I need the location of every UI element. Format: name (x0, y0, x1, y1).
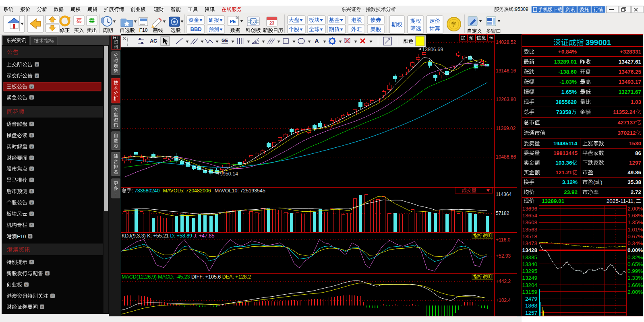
svg-text:13271.67: 13271.67 (619, 89, 641, 95)
svg-text:0.32%: 0.32% (627, 254, 643, 260)
svg-text:1.35%: 1.35% (627, 219, 643, 225)
svg-text:-: - (361, 7, 366, 12)
svg-text:e: e (31, 122, 33, 126)
svg-text:2479: 2479 (525, 296, 537, 302)
svg-text:2.72: 2.72 (631, 189, 641, 195)
svg-text:13806.69: 13806.69 (422, 47, 443, 52)
svg-text:F10: F10 (17, 233, 26, 239)
svg-text:+0.84%: +0.84% (558, 49, 577, 55)
svg-text:(: ( (593, 179, 595, 185)
svg-text:2.00%: 2.00% (627, 289, 643, 295)
svg-text:KDJ(9,3,3): KDJ(9,3,3) (122, 233, 147, 239)
svg-text:13518: 13518 (522, 233, 538, 239)
svg-text:e: e (31, 178, 33, 182)
svg-text:86: 86 (635, 150, 642, 156)
svg-text:11369.02: 11369.02 (496, 126, 516, 131)
svg-text:1.68%: 1.68% (627, 213, 643, 219)
svg-text:AG: AG (150, 38, 157, 44)
svg-text:e: e (29, 234, 31, 238)
svg-text:11352.24: 11352.24 (613, 109, 636, 115)
svg-text:GE: GE (222, 38, 228, 43)
svg-text:MACD(12,26,9) MACD: -45.23: MACD(12,26,9) MACD: -45.23 (122, 274, 191, 280)
svg-text:-1.03%: -1.03% (559, 79, 577, 85)
svg-text:13608: 13608 (522, 219, 538, 225)
svg-text:e: e (31, 223, 33, 227)
svg-text:14028.52: 14028.52 (496, 39, 516, 45)
svg-text:733580240: 733580240 (135, 188, 160, 194)
svg-text:13654: 13654 (522, 213, 538, 219)
svg-text:1257: 1257 (525, 310, 537, 316)
svg-text:BBD: BBD (191, 26, 202, 32)
svg-text:2.00%: 2.00% (627, 206, 643, 212)
svg-text:1297: 1297 (629, 160, 641, 166)
svg-text:): ) (601, 179, 603, 185)
svg-text:+102.4: +102.4 (496, 297, 511, 303)
svg-text:13385: 13385 (522, 254, 538, 260)
svg-text:e: e (31, 85, 33, 89)
svg-text:e: e (31, 95, 33, 99)
svg-text:DEA: +128.2: DEA: +128.2 (222, 274, 251, 280)
svg-text:0.67%: 0.67% (627, 233, 643, 239)
svg-text:+52.93: +52.93 (496, 253, 511, 259)
svg-text:e: e (36, 74, 38, 78)
svg-text:e: e (31, 167, 33, 171)
svg-text:35.38: 35.38 (627, 179, 641, 185)
svg-text:2025-11-11,: 2025-11-11, (607, 198, 635, 204)
svg-text:-138.60: -138.60 (558, 69, 577, 75)
svg-text:+442.2: +442.2 (496, 279, 511, 284)
svg-text:D: +58.89: D: +58.89 (170, 233, 194, 239)
svg-text:1.03: 1.03 (631, 99, 642, 105)
svg-text:13696: 13696 (522, 206, 538, 212)
svg-text:e: e (41, 305, 43, 309)
svg-text:73358: 73358 (556, 109, 572, 115)
svg-text:13428: 13428 (522, 247, 538, 253)
svg-text::95309: :95309 (514, 6, 528, 12)
svg-text:57182: 57182 (496, 211, 509, 216)
svg-text:1868: 1868 (525, 303, 537, 309)
svg-text:e: e (31, 133, 33, 137)
svg-text:+116.0: +116.0 (496, 237, 510, 243)
svg-text::: : (115, 191, 116, 196)
svg-text:399001: 399001 (586, 38, 611, 47)
svg-text:13476.25: 13476.25 (619, 69, 642, 75)
svg-text:12263.80: 12263.80 (496, 97, 516, 102)
svg-text:A: A (315, 37, 319, 44)
svg-text:370212: 370212 (618, 130, 636, 136)
svg-text:13493.17: 13493.17 (619, 79, 641, 85)
svg-text:+328331: +328331 (620, 49, 641, 55)
svg-text:F10: F10 (139, 27, 148, 33)
svg-text:3.12%: 3.12% (562, 179, 578, 185)
svg-text:13340: 13340 (522, 261, 538, 267)
svg-text:0.65%: 0.65% (627, 261, 643, 267)
svg-text:e: e (36, 62, 38, 66)
svg-text:13249: 13249 (522, 275, 538, 281)
svg-text:9950.14: 9950.14 (220, 171, 238, 177)
svg-text:121.21: 121.21 (555, 169, 572, 175)
svg-text:13289.01: 13289.01 (542, 198, 565, 204)
svg-text:114364: 114364 (496, 192, 511, 197)
svg-text:1.01%: 1.01% (627, 227, 643, 233)
svg-text:13295: 13295 (522, 268, 538, 274)
svg-text:e: e (31, 189, 33, 193)
svg-text:13159: 13159 (522, 289, 538, 295)
svg-text:MAVOL5: 720482006: MAVOL5: 720482006 (163, 188, 211, 194)
svg-text:103.36: 103.36 (555, 160, 572, 166)
svg-text:0.00%: 0.00% (627, 247, 643, 253)
svg-text:19813445: 19813445 (553, 150, 578, 156)
svg-text:e: e (31, 200, 33, 204)
svg-text:49.86: 49.86 (627, 169, 641, 175)
svg-text:0.99%: 0.99% (627, 268, 643, 274)
svg-text:13146.16: 13146.16 (496, 68, 516, 74)
svg-text:10486.66: 10486.66 (496, 154, 516, 160)
svg-text:K: +55.21: K: +55.21 (147, 233, 170, 239)
svg-text:23: 23 (269, 21, 274, 25)
svg-text:1530: 1530 (629, 140, 641, 147)
svg-text:13204: 13204 (522, 282, 538, 288)
svg-text:23.92: 23.92 (564, 189, 578, 195)
svg-text:e: e (31, 144, 33, 149)
svg-text:DIFF: +105.6: DIFF: +105.6 (191, 274, 222, 280)
svg-text:PE: PE (230, 19, 236, 24)
svg-text:1.65%: 1.65% (561, 89, 577, 95)
svg-text:3855620: 3855620 (556, 99, 577, 105)
svg-text:e: e (31, 260, 33, 264)
